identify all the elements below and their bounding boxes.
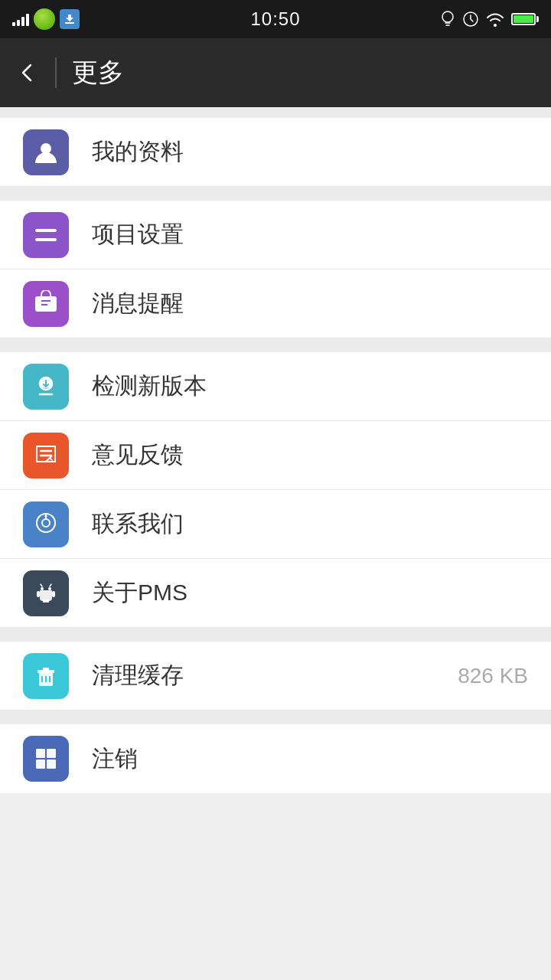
logout-icon-bg (23, 736, 69, 782)
signal-bar-2 (17, 20, 20, 26)
battery-icon (511, 13, 539, 25)
contact-icon (32, 511, 60, 538)
sep-1 (0, 187, 551, 201)
status-bar: 10:50 (0, 0, 551, 38)
svg-rect-23 (43, 668, 49, 671)
svg-point-16 (48, 587, 51, 590)
settings-label: 项目设置 (92, 219, 528, 250)
update-icon-bg (23, 364, 69, 410)
notification-icon (32, 290, 60, 318)
cache-icon (32, 662, 60, 690)
download-icon (64, 13, 76, 25)
sep-4 (0, 710, 551, 724)
svg-rect-4 (35, 229, 57, 232)
profile-icon-bg (23, 129, 69, 175)
notification-label: 消息提醒 (92, 288, 528, 319)
about-label: 关于PMS (92, 577, 528, 609)
svg-rect-5 (35, 238, 57, 241)
svg-rect-18 (52, 591, 55, 597)
back-button[interactable] (15, 60, 40, 85)
cache-value: 826 KB (458, 664, 528, 688)
svg-rect-0 (65, 22, 74, 24)
feedback-icon (32, 442, 60, 469)
svg-rect-30 (47, 760, 56, 769)
feedback-icon-bg (23, 433, 69, 479)
settings-icon (32, 221, 60, 249)
menu-item-cache[interactable]: 清理缓存 826 KB (0, 642, 551, 710)
signal-bar-1 (12, 22, 15, 26)
signal-bar-3 (21, 17, 24, 26)
bottom-space (0, 793, 551, 839)
menu-item-notification[interactable]: 消息提醒 (0, 270, 551, 338)
status-time: 10:50 (250, 8, 300, 30)
status-right (439, 9, 539, 29)
cache-label: 清理缓存 (92, 660, 458, 691)
menu-item-profile[interactable]: 我的资料 (0, 118, 551, 187)
app-icon-blue (60, 9, 80, 29)
about-icon-bg (23, 570, 69, 616)
menu-item-settings[interactable]: 项目设置 (0, 201, 551, 270)
feedback-label: 意见反馈 (92, 439, 528, 471)
status-left (12, 8, 80, 30)
svg-point-1 (442, 11, 453, 22)
update-label: 检测新版本 (92, 371, 528, 402)
contact-label: 联系我们 (92, 508, 528, 540)
svg-rect-19 (43, 599, 46, 603)
notification-icon-bg (23, 281, 69, 327)
svg-point-15 (41, 587, 44, 590)
svg-point-13 (42, 519, 50, 527)
logout-icon (32, 745, 60, 773)
cache-icon-bg (23, 653, 69, 699)
bulb-icon (439, 9, 456, 29)
menu-item-feedback[interactable]: 意见反馈 (0, 421, 551, 490)
header-divider (55, 57, 57, 88)
svg-rect-28 (47, 749, 56, 758)
update-icon (32, 373, 60, 400)
top-separator (0, 107, 551, 118)
profile-icon (32, 139, 60, 166)
svg-point-3 (41, 143, 51, 154)
svg-rect-29 (36, 760, 45, 769)
header-title: 更多 (72, 55, 124, 90)
menu-item-update[interactable]: 检测新版本 (0, 352, 551, 421)
contact-icon-bg (23, 501, 69, 547)
settings-icon-bg (23, 212, 69, 258)
signal-bar-4 (26, 14, 29, 26)
about-icon (32, 580, 60, 607)
app-icon-green (34, 8, 55, 30)
svg-rect-17 (37, 591, 40, 597)
sep-2 (0, 338, 551, 352)
back-arrow-icon (15, 60, 40, 85)
menu-item-contact[interactable]: 联系我们 (0, 490, 551, 559)
wifi-icon (485, 11, 505, 28)
menu-item-logout[interactable]: 注销 (0, 724, 551, 793)
svg-rect-20 (46, 599, 49, 603)
signal-bars (12, 12, 29, 26)
header: 更多 (0, 38, 551, 107)
logout-label: 注销 (92, 743, 528, 775)
clock-icon (462, 11, 479, 28)
menu-item-about[interactable]: 关于PMS (0, 559, 551, 628)
sep-3 (0, 628, 551, 642)
profile-label: 我的资料 (92, 136, 528, 168)
svg-rect-27 (36, 749, 45, 758)
